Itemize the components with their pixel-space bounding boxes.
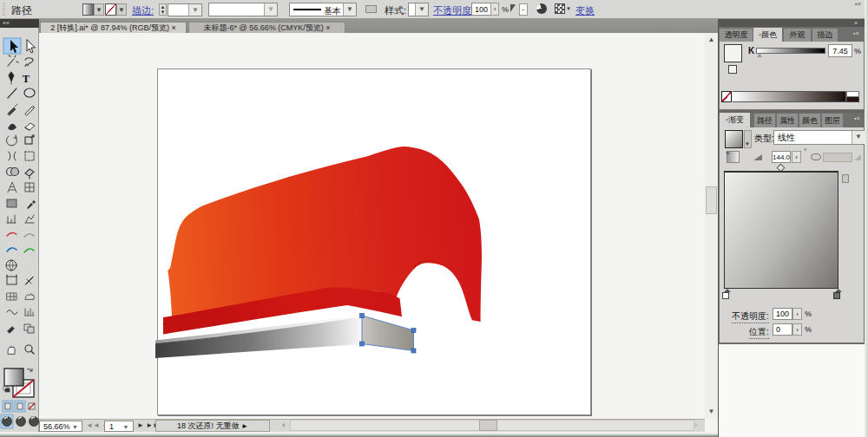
svg-text:T: T [23,73,30,85]
